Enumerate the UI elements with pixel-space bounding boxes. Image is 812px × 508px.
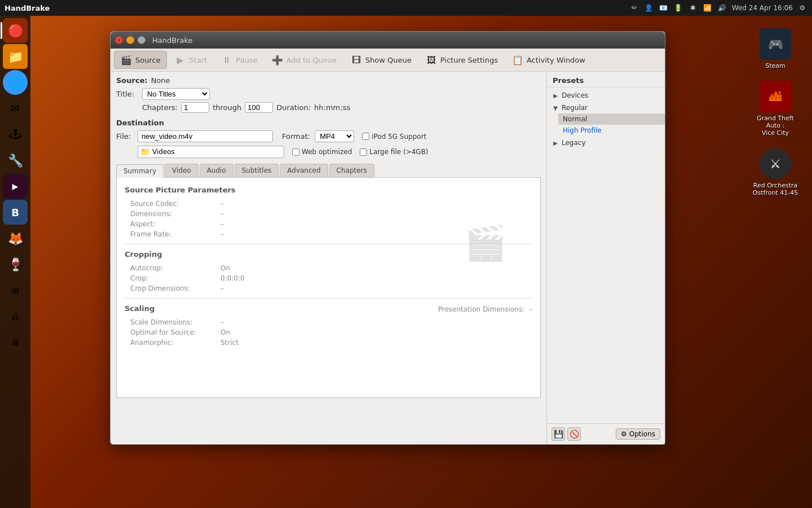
tab-video[interactable]: Video: [165, 164, 198, 177]
anamorphic-value: Strict: [220, 339, 239, 347]
aspect-value: –: [220, 220, 224, 228]
file-input[interactable]: [138, 130, 273, 142]
tab-audio[interactable]: Audio: [200, 164, 233, 177]
sidebar-item-tools[interactable]: 🔧: [3, 148, 28, 173]
large-file-checkbox[interactable]: [360, 148, 367, 156]
desktop: HandBrake ✏ 👤 📧 🔋 ✱ 📶 🔊 Wed 24 Apr 16:06…: [0, 0, 812, 508]
regular-group-header[interactable]: ▼ Regular: [547, 102, 665, 113]
sidebar-item-monitor[interactable]: 🖥: [3, 330, 28, 354]
duration-value: hh:mm:ss: [314, 103, 350, 112]
title-select[interactable]: No Titles: [142, 88, 210, 100]
optimal-label: Optimal for Source:: [130, 329, 220, 336]
sidebar-item-ubuntu[interactable]: 🔴: [3, 18, 28, 43]
scaling-section: Scaling Scale Dimensions: – Optimal for …: [125, 304, 532, 349]
tab-chapters[interactable]: Chapters: [329, 164, 374, 177]
sidebar-item-browser[interactable]: 🌐: [3, 70, 28, 95]
pres-dim-value: –: [529, 305, 532, 313]
gta-label: Grand Theft Auto :Vice City: [750, 115, 801, 137]
devices-group-header[interactable]: ▶ Devices: [547, 90, 665, 101]
sidebar-item-files[interactable]: 📁: [3, 44, 28, 69]
sidebar-item-printer[interactable]: 🖨: [3, 304, 28, 329]
desktop-icon-steam[interactable]: 🎮 Steam: [750, 28, 801, 69]
anamorphic-label: Anamorphic:: [130, 339, 220, 347]
scaling-left: Scaling Scale Dimensions: – Optimal for …: [125, 304, 239, 349]
aspect-label: Aspect:: [130, 220, 220, 228]
legacy-label: Legacy: [562, 139, 586, 147]
crop-label: Crop:: [130, 274, 220, 282]
folder-select[interactable]: 📁 Videos: [138, 146, 284, 158]
red-orchestra-label: Red OrchestraOstfront 41-45: [753, 182, 798, 196]
legacy-group-header[interactable]: ▶ Legacy: [547, 137, 665, 148]
maximize-button[interactable]: [138, 36, 145, 44]
pres-dim-label: Presentation Dimensions:: [438, 305, 524, 313]
settings-icon[interactable]: ⚙: [797, 3, 807, 13]
datetime: Wed 24 Apr 16:06: [732, 4, 793, 12]
preset-tree: ▶ Devices ▼ Regular Normal High Profile: [547, 87, 665, 423]
chapters-from-input[interactable]: 1: [181, 102, 209, 113]
options-button[interactable]: ⚙ Options: [616, 428, 660, 440]
close-button[interactable]: ×: [115, 36, 123, 44]
large-file-group: Large file (>4GB): [360, 148, 428, 156]
scaling-header: Scaling: [125, 304, 239, 313]
dimensions-value: –: [220, 210, 224, 218]
taskbar-app-name: HandBrake: [5, 4, 50, 12]
sidebar-item-game[interactable]: 🕹: [3, 122, 28, 147]
battery-icon: 🔋: [673, 3, 683, 13]
dest-folder-row: 📁 Videos Web optimized Large file (>4GB): [116, 146, 541, 158]
sidebar-item-terminal[interactable]: ▶: [3, 174, 28, 199]
regular-label: Regular: [562, 104, 588, 112]
frame-rate-value: –: [220, 230, 224, 238]
ipod-checkbox[interactable]: [362, 133, 369, 140]
devices-label: Devices: [562, 91, 588, 99]
tab-content-summary: 🎬 Source Picture Parameters Source Codec…: [116, 178, 541, 398]
preset-footer-buttons: 💾 🚫: [551, 427, 581, 441]
sidebar-item-workspace[interactable]: ⊞: [3, 278, 28, 303]
web-optimized-checkbox[interactable]: [292, 148, 299, 156]
sidebar-item-wine[interactable]: 🍷: [3, 252, 28, 277]
dest-file-row: File: Format: MP4 MKV iPod 5G Support: [116, 130, 541, 142]
preset-normal[interactable]: Normal: [558, 113, 665, 125]
desktop-icon-gta[interactable]: 🏙 Grand Theft Auto :Vice City: [750, 81, 801, 137]
save-preset-button[interactable]: 💾: [551, 427, 565, 441]
source-label: Source:: [116, 76, 148, 85]
file-label: File:: [116, 132, 133, 141]
show-queue-icon: 🎞: [350, 54, 363, 66]
tab-subtitles[interactable]: Subtitles: [235, 164, 279, 177]
preset-high-profile[interactable]: High Profile: [558, 125, 665, 136]
scale-dim-value: –: [220, 318, 224, 326]
divider-2: [125, 298, 532, 299]
source-button[interactable]: 🎬 Source: [114, 51, 167, 69]
window-titlebar: × HandBrake: [111, 32, 665, 49]
sidebar-item-bcompare[interactable]: B: [3, 200, 28, 225]
optimal-value: On: [220, 329, 230, 336]
web-optimized-group: Web optimized: [292, 148, 352, 156]
frame-rate-label: Frame Rate:: [130, 230, 220, 238]
minimize-button[interactable]: [126, 36, 134, 44]
show-queue-button[interactable]: 🎞 Show Queue: [344, 51, 418, 69]
pause-button[interactable]: ⏸ Pause: [214, 51, 263, 69]
regular-expand-icon: ▼: [551, 104, 559, 112]
chapters-to-input[interactable]: [245, 102, 273, 113]
devices-expand-icon: ▶: [551, 91, 559, 99]
activity-window-button[interactable]: 📋 Activity Window: [505, 51, 592, 69]
picture-settings-button[interactable]: 🖼 Picture Settings: [419, 51, 504, 69]
bluetooth-icon: ✱: [688, 3, 698, 13]
window-controls: ×: [115, 36, 145, 44]
delete-preset-button[interactable]: 🚫: [567, 427, 581, 441]
add-queue-button[interactable]: ➕ Add to Queue: [265, 51, 343, 69]
title-label: Title:: [116, 90, 139, 98]
crop-row: Crop: 0:0:0:0: [125, 274, 532, 282]
format-select[interactable]: MP4 MKV: [315, 130, 354, 142]
main-content: Source: None Title: No Titles Chapters: …: [111, 72, 665, 444]
tab-summary[interactable]: Summary: [116, 164, 164, 178]
options-label: Options: [629, 430, 655, 438]
start-button[interactable]: ▶ Start: [168, 51, 214, 69]
desktop-icon-red-orchestra[interactable]: ⚔ Red OrchestraOstfront 41-45: [750, 148, 801, 196]
crop-value: 0:0:0:0: [220, 274, 245, 282]
preset-group-regular: ▼ Regular Normal High Profile: [547, 102, 665, 136]
sidebar-item-mail[interactable]: ✉: [3, 96, 28, 121]
tab-advanced[interactable]: Advanced: [280, 164, 328, 177]
crop-dim-label: Crop Dimensions:: [130, 284, 220, 292]
sidebar-item-firefox[interactable]: 🦊: [3, 226, 28, 251]
autocrop-value: On: [220, 264, 230, 272]
